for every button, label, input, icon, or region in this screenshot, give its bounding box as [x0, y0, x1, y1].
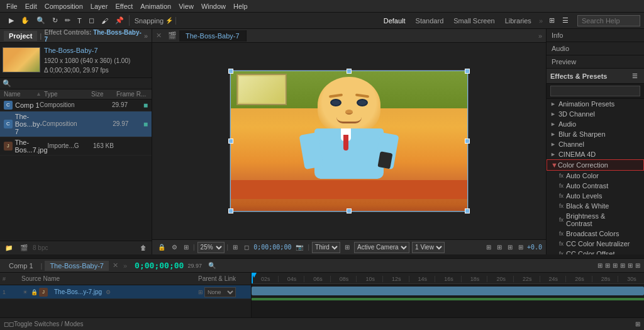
effects-category-channel[interactable]: ► Channel	[547, 139, 644, 149]
effect-auto-levels[interactable]: fx Auto Levels	[547, 191, 644, 201]
char-brow-left	[329, 93, 343, 98]
workspace-small-screen[interactable]: Small Screen	[450, 16, 498, 26]
graph-editor-btn[interactable]: ⊞	[620, 262, 625, 269]
composition-mini-flowchart-btn[interactable]: ⊞	[597, 262, 602, 269]
effects-category-color-correction[interactable]: ▼ Color Correction	[547, 159, 644, 171]
project-search-input[interactable]	[14, 79, 149, 87]
workspace-default[interactable]: Default	[380, 16, 409, 26]
parent-select[interactable]: None	[204, 287, 236, 297]
timeline-tab-active[interactable]: The-Boss-Baby-7	[45, 261, 109, 271]
timeline-menu-btn[interactable]: ⊞	[635, 321, 640, 327]
always-preview-btn[interactable]: 🔒	[156, 243, 167, 251]
tool-pin[interactable]: 📌	[113, 15, 126, 26]
timeline-body: # Source Name Parent & Link 1 ☀ 🔒 J The-…	[0, 273, 644, 317]
tab-audio[interactable]: Audio	[547, 42, 644, 55]
layer-options-btn[interactable]: ⚙	[104, 289, 112, 295]
new-comp-btn[interactable]: 🎬	[18, 243, 30, 253]
timeline-tab-close[interactable]: ✕	[113, 261, 118, 270]
effects-category-3d[interactable]: ► 3D Channel	[547, 109, 644, 119]
views-select[interactable]: 1 View	[412, 242, 445, 253]
effect-cc-neutralizer[interactable]: fx CC Color Neutralizer	[547, 239, 644, 249]
render-btn[interactable]: ⊞	[628, 262, 633, 269]
tab-preview[interactable]: Preview	[547, 55, 644, 69]
effect-auto-contrast[interactable]: fx Auto Contrast	[547, 181, 644, 191]
draft-btn[interactable]: ⊞	[516, 243, 525, 251]
motion-blur-btn[interactable]: ⊞	[506, 243, 514, 251]
menu-composition[interactable]: Composition	[41, 3, 87, 10]
tool-pen[interactable]: ✏	[62, 15, 73, 26]
effect-broadcast-colors[interactable]: fx Broadcast Colors	[547, 229, 644, 239]
workspace-options[interactable]: ⊞	[547, 15, 557, 26]
comp-menu-icon[interactable]: »	[535, 30, 546, 42]
panel-options-icon[interactable]: »	[144, 32, 148, 40]
comp-tab-active[interactable]: The-Boss-Baby-7	[179, 30, 247, 42]
effect-brightness-contrast[interactable]: fx Brightness & Contrast	[547, 211, 644, 229]
comp-settings-btn[interactable]: ⚙	[170, 243, 179, 251]
toggle-transparency-btn[interactable]: ⊞	[484, 243, 493, 251]
tool-select[interactable]: ▶	[6, 15, 16, 26]
timeline-layers: # Source Name Parent & Link 1 ☀ 🔒 J The-…	[0, 273, 252, 317]
tab-project[interactable]: Project	[4, 31, 37, 41]
tool-shape[interactable]: ◻	[86, 15, 97, 26]
parent-icon: ⊞	[198, 289, 203, 295]
effects-category-audio[interactable]: ► Audio	[547, 119, 644, 129]
add-marker-btn[interactable]: ◻	[4, 321, 9, 327]
char-held-item	[377, 151, 392, 169]
timeline-tab-comp1[interactable]: Comp 1	[4, 261, 38, 271]
workspace-standard[interactable]: Standard	[412, 16, 448, 26]
list-item[interactable]: C The-Bos...by-7 Composition 29.97 ◼	[0, 111, 152, 137]
tool-group-main: ▶ ✋ 🔍 ↻ ✏ T ◻ 🖌 📌	[4, 15, 130, 26]
grid-btn[interactable]: ⊞	[231, 243, 240, 251]
menu-view[interactable]: View	[175, 3, 197, 10]
effects-category-cinema4d[interactable]: ► CINEMA 4D	[547, 149, 644, 159]
tool-zoom[interactable]: 🔍	[34, 15, 48, 26]
effects-category-blur[interactable]: ► Blur & Sharpen	[547, 129, 644, 139]
timeline-search-btn[interactable]: 🔍	[208, 262, 216, 269]
view-select[interactable]: Third	[312, 242, 340, 253]
effects-menu-btn[interactable]: ☰	[630, 71, 640, 81]
effect-black-white[interactable]: fx Black & White	[547, 201, 644, 211]
snap-btn[interactable]: ⊞	[495, 243, 504, 251]
menu-window[interactable]: Window	[197, 3, 230, 10]
menu-animation[interactable]: Animation	[136, 3, 175, 10]
layer-solo-btn[interactable]: ☀	[21, 289, 29, 295]
camera-select[interactable]: Active Camera	[354, 242, 409, 253]
ruler-mark-12s: 12s	[382, 276, 409, 282]
draft-3d-btn[interactable]: ⊞	[605, 262, 610, 269]
layers-header: # Source Name Parent & Link	[0, 273, 251, 285]
tool-hand[interactable]: ✋	[18, 15, 32, 26]
tab-info[interactable]: Info	[547, 29, 644, 42]
layer-lock-btn[interactable]: 🔒	[30, 289, 38, 295]
workspace-menu[interactable]: ☰	[560, 15, 571, 26]
menu-file[interactable]: File	[3, 3, 21, 10]
tool-rotate[interactable]: ↻	[50, 15, 60, 26]
effect-cc-offset[interactable]: fx CC Color Offset	[547, 249, 644, 254]
effect-icon: fx	[559, 230, 564, 237]
tool-paint[interactable]: 🖌	[99, 16, 111, 26]
comp-close-icon[interactable]: ✕	[152, 30, 165, 42]
motion-blur-tl-btn[interactable]: ⊞	[613, 262, 618, 269]
zoom-select[interactable]: 25%	[197, 242, 225, 253]
camera-icon[interactable]: 📷	[294, 243, 305, 251]
audio-mute-btn[interactable]: ⊞	[635, 262, 640, 269]
workspace-libraries[interactable]: Libraries	[501, 16, 535, 26]
toggle-mask-btn[interactable]: ◻	[242, 243, 251, 251]
menu-layer[interactable]: Layer	[87, 3, 112, 10]
list-item[interactable]: J The-Bos...7.jpg Importe...G 163 KB	[0, 137, 152, 156]
effect-auto-color[interactable]: fx Auto Color	[547, 171, 644, 181]
playhead[interactable]	[252, 273, 253, 283]
effects-category-animation[interactable]: ► Animation Presets	[547, 99, 644, 109]
menu-help[interactable]: Help	[230, 3, 252, 10]
menu-effect[interactable]: Effect	[111, 3, 136, 10]
layer-row[interactable]: 1 ☀ 🔒 J The-Bos...y-7.jpg ⚙ ⊞ None	[0, 285, 251, 299]
view-options-btn[interactable]: ⊞	[343, 243, 352, 251]
comp-marker-btn[interactable]: ◻	[9, 321, 14, 327]
new-folder-btn[interactable]: 📁	[3, 243, 15, 253]
list-item[interactable]: C Comp 1 Composition 29.97 ◼	[0, 100, 152, 111]
delete-btn[interactable]: 🗑	[138, 243, 149, 253]
menu-edit[interactable]: Edit	[21, 3, 41, 10]
tool-text[interactable]: T	[75, 16, 84, 26]
effects-search-input[interactable]	[550, 86, 640, 96]
region-of-interest-btn[interactable]: ⊞	[182, 243, 191, 251]
search-input[interactable]	[577, 15, 640, 26]
